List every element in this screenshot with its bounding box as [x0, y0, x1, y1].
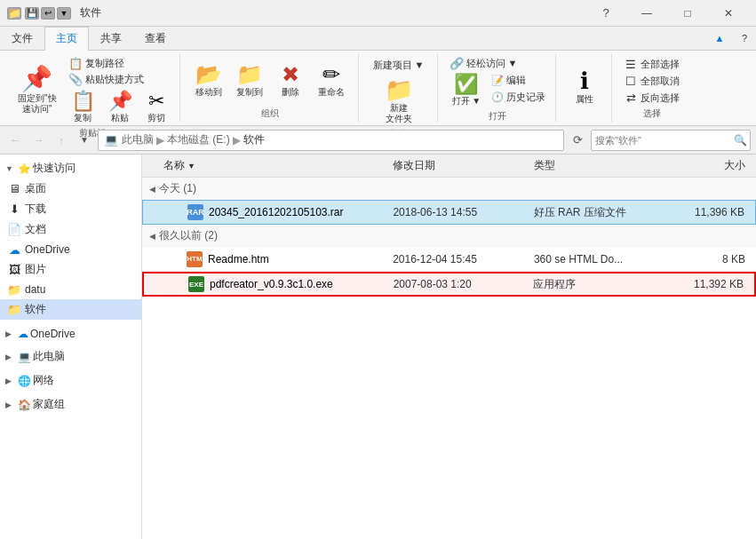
tab-file[interactable]: 文件 — [0, 27, 44, 51]
file-name-rar-text: 20345_20161202105103.rar — [209, 206, 343, 218]
copy-to-btn[interactable]: 📁 复制到 — [230, 62, 269, 99]
col-header-name[interactable]: 名称 ▼ — [146, 158, 393, 173]
copy-path-btn[interactable]: 📋 复制路径 — [66, 56, 172, 71]
delete-btn[interactable]: ✖ 删除 — [271, 62, 310, 99]
search-box: 🔍 — [591, 130, 751, 151]
col-header-type[interactable]: 类型 — [534, 158, 675, 173]
group-header-longago[interactable]: ◀ 很久以前 (2) — [142, 225, 756, 247]
help-ribbon-btn[interactable]: ? — [735, 28, 754, 48]
pin-to-quick-access-btn[interactable]: 📌 固定到"快速访问" — [12, 65, 62, 116]
window-controls: ? — □ ✕ — [585, 0, 749, 27]
group-select: ☰ 全部选择 ☐ 全部取消 ⇄ 反向选择 选择 — [614, 54, 689, 122]
refresh-btn[interactable]: ⟳ — [568, 131, 587, 150]
open-btn[interactable]: ✅ 打开 ▼ — [447, 73, 487, 108]
search-btn[interactable]: 🔍 — [730, 134, 750, 147]
easy-access-btn[interactable]: 🔗 轻松访问 ▼ — [447, 56, 549, 71]
sidebar-item-downloads[interactable]: ⬇ 下载 — [0, 199, 141, 219]
close-btn[interactable]: ✕ — [708, 0, 749, 27]
properties-icon: ℹ — [580, 69, 589, 92]
toolbar-quick-access: 💾 ↩ ▼ — [25, 7, 71, 20]
maximize-btn[interactable]: □ — [667, 0, 708, 27]
open-icon: ✅ — [454, 75, 478, 94]
group-header-today[interactable]: ◀ 今天 (1) — [142, 178, 756, 200]
open-items: 🔗 轻松访问 ▼ ✅ 打开 ▼ 📝 编辑 — [447, 56, 549, 108]
ribbon-toggle-btn[interactable]: ▲ — [710, 28, 729, 48]
window-title: 软件 — [80, 5, 101, 20]
rar-icon: RAR — [187, 204, 203, 220]
longago-chevron: ◀ — [149, 232, 155, 241]
select-label: 选择 — [643, 107, 661, 120]
history-btn[interactable]: 🕐 历史记录 — [489, 90, 548, 105]
software-icon: 📁 — [7, 303, 21, 317]
network-group[interactable]: ▶ 🌐 网络 — [0, 370, 141, 391]
paste-btn[interactable]: 📌 粘贴 — [103, 90, 138, 125]
sidebar-item-software[interactable]: 📁 软件 — [0, 299, 141, 320]
new-item-btn[interactable]: 新建项目 ▼ — [368, 56, 430, 75]
tab-view[interactable]: 查看 — [133, 27, 178, 51]
paste-shortcut-icon: 📎 — [68, 73, 83, 86]
group-properties: ℹ 属性 — [558, 54, 612, 122]
recent-locations-btn[interactable]: ▼ — [75, 131, 94, 150]
invert-icon: ⇄ — [624, 91, 638, 105]
today-chevron: ◀ — [149, 185, 155, 194]
quick-access-chevron: ▼ — [5, 164, 16, 173]
forward-btn[interactable]: → — [28, 131, 48, 150]
network-icon: 🌐 — [18, 375, 31, 387]
col-header-size[interactable]: 大小 — [675, 158, 752, 173]
sidebar-item-pictures[interactable]: 🖼 图片 — [0, 259, 141, 280]
quick-access-group[interactable]: ▼ ⭐ 快速访问 — [0, 158, 141, 178]
minimize-btn[interactable]: — — [626, 0, 667, 27]
this-pc-label: 此电脑 — [33, 349, 65, 364]
sidebar-item-documents[interactable]: 📄 文档 — [0, 219, 141, 240]
sidebar-item-desktop[interactable]: 🖥 桌面 — [0, 178, 141, 199]
this-pc-group[interactable]: ▶ 💻 此电脑 — [0, 346, 141, 367]
rename-btn[interactable]: ✏ 重命名 — [312, 62, 351, 99]
undo-btn[interactable]: ↩ — [41, 7, 55, 20]
invert-selection-btn[interactable]: ⇄ 反向选择 — [621, 91, 682, 106]
paste-shortcut-btn[interactable]: 📎 粘贴快捷方式 — [66, 72, 172, 87]
pin-icon: 📌 — [21, 67, 52, 91]
quick-save-btn[interactable]: 💾 — [25, 7, 39, 20]
documents-icon: 📄 — [7, 223, 21, 237]
desktop-icon: 🖥 — [7, 182, 21, 196]
table-row[interactable]: HTM Readme.htm 2016-12-04 15:45 360 se H… — [142, 247, 756, 272]
onedrive-quick-icon: ☁ — [7, 242, 21, 257]
downloads-label: 下载 — [25, 202, 46, 217]
tab-home[interactable]: 主页 — [44, 27, 89, 51]
cut-btn[interactable]: ✂ 剪切 — [140, 90, 172, 125]
new-folder-btn[interactable]: 📁 新建文件夹 — [379, 76, 418, 126]
file-size-exe: 11,392 KB — [673, 278, 751, 290]
address-path[interactable]: 💻 此电脑 ▶ 本地磁盘 (E:) ▶ 软件 — [98, 130, 564, 151]
table-row[interactable]: EXE pdfcreator_v0.9.3c1.0.exe 2007-08-03… — [142, 272, 756, 297]
help-btn[interactable]: ? — [585, 0, 626, 27]
file-date-rar: 2018-06-13 14:55 — [393, 206, 533, 218]
onedrive-main-icon: ☁ — [18, 328, 28, 340]
copy-icon: 📋 — [71, 91, 95, 111]
table-row[interactable]: RAR 20345_20161202105103.rar 2018-06-13 … — [142, 200, 756, 225]
col-header-date[interactable]: 修改日期 — [393, 158, 534, 173]
onedrive-group[interactable]: ▶ ☁ OneDrive — [0, 325, 141, 343]
properties-btn[interactable]: ℹ 属性 — [565, 67, 604, 107]
software-label: 软件 — [25, 302, 46, 317]
ribbon: 文件 主页 共享 查看 ▲ ? 📌 固定到"快速访问" 📋 — [0, 27, 756, 126]
exe-icon: EXE — [188, 276, 204, 292]
up-btn[interactable]: ↑ — [52, 131, 71, 150]
move-to-btn[interactable]: 📂 移动到 — [189, 62, 228, 99]
select-all-btn[interactable]: ☰ 全部选择 — [621, 57, 682, 72]
back-btn[interactable]: ← — [5, 131, 25, 150]
tab-share[interactable]: 共享 — [89, 27, 133, 51]
homegroup-group[interactable]: ▶ 🏠 家庭组 — [0, 394, 141, 415]
sidebar-item-datu[interactable]: 📁 datu — [0, 280, 141, 299]
sidebar-item-onedrive-quick[interactable]: ☁ OneDrive — [0, 240, 141, 259]
pictures-label: 图片 — [25, 262, 46, 277]
main-content: ▼ ⭐ 快速访问 🖥 桌面 ⬇ 下载 📄 文档 ☁ OneDrive 🖼 图片 … — [0, 155, 756, 539]
dropdown-btn[interactable]: ▼ — [57, 7, 71, 20]
onedrive-main-label: OneDrive — [30, 328, 76, 340]
select-none-btn[interactable]: ☐ 全部取消 — [621, 74, 682, 89]
copy-btn[interactable]: 📋 复制 — [66, 90, 100, 125]
homegroup-label: 家庭组 — [33, 397, 65, 412]
edit-btn[interactable]: 📝 编辑 — [489, 73, 548, 88]
search-input[interactable] — [592, 135, 730, 146]
file-size-rar: 11,396 KB — [674, 206, 752, 218]
organize-label: 组织 — [261, 107, 279, 120]
